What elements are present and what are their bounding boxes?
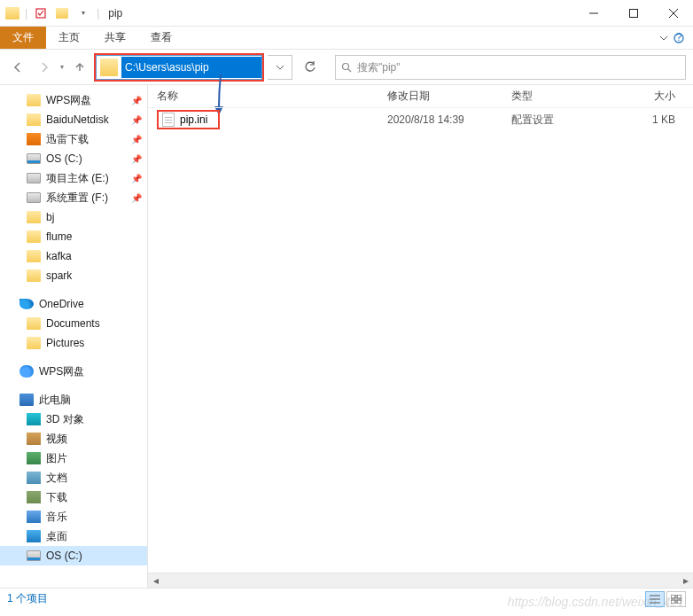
history-dropdown[interactable]: ▾ [60,63,64,71]
sidebar-item[interactable]: 3D 对象 [0,409,147,429]
forward-button[interactable] [34,57,55,78]
search-box[interactable] [335,55,686,80]
scroll-right-button[interactable]: ▸ [678,573,693,589]
sidebar-item[interactable]: OS (C:)📌 [0,149,147,168]
minimize-button[interactable] [573,0,613,27]
svg-rect-12 [671,595,675,598]
sidebar-item[interactable]: spark [0,266,147,285]
svg-point-7 [343,63,349,69]
help-icon[interactable]: ? [674,33,684,43]
tab-home[interactable]: 主页 [46,27,92,49]
column-date[interactable]: 修改日期 [378,89,502,104]
view-icons-button[interactable] [666,591,686,607]
sidebar-item-label: 3D 对象 [46,412,84,427]
address-bar[interactable] [96,55,262,80]
sidebar-item-label: bj [46,211,54,223]
ini-file-icon [162,113,175,127]
column-type[interactable]: 类型 [502,89,609,104]
qat-separator: | [25,7,27,19]
file-list[interactable]: pip.ini2020/8/18 14:39配置设置1 KB [148,108,693,573]
sidebar-item-label: 音乐 [46,510,67,525]
maximize-button[interactable] [613,0,653,27]
address-input[interactable] [121,57,261,78]
sidebar-item[interactable]: OneDrive [0,294,147,314]
address-dropdown[interactable] [268,55,292,80]
sidebar-item[interactable]: kafka [0,246,147,266]
chevron-down-icon [276,63,284,72]
tab-file[interactable]: 文件 [0,27,46,49]
netdisk-icon [27,113,41,126]
refresh-button[interactable] [298,55,323,80]
pin-icon: 📌 [131,96,142,105]
sidebar-item[interactable]: Pictures [0,333,147,353]
file-row[interactable]: pip.ini2020/8/18 14:39配置设置1 KB [148,108,693,131]
qat-dropdown-icon[interactable]: ▾ [75,5,91,21]
up-button[interactable] [69,57,90,78]
qat-newfolder-icon[interactable] [54,5,70,21]
sidebar-item[interactable]: 此电脑 [0,390,147,409]
sidebar-item-label: 视频 [46,432,67,447]
disk-icon [27,153,41,164]
ribbon-expand[interactable]: ? [650,27,693,49]
search-input[interactable] [357,61,680,74]
sidebar-item[interactable]: bj [0,207,147,227]
folder-icon [27,94,41,106]
pin-icon: 📌 [131,135,142,144]
pin-icon: 📌 [131,115,142,125]
svg-rect-15 [677,600,681,604]
sidebar-item-label: WPS网盘 [39,364,84,379]
sidebar-item[interactable]: 项目主体 (E:)📌 [0,168,147,188]
navigation-pane[interactable]: WPS网盘📌BaiduNetdisk📌迅雷下载📌OS (C:)📌项目主体 (E:… [0,85,147,588]
sidebar-item[interactable]: flume [0,227,147,246]
folder-icon [27,269,41,282]
svg-line-8 [348,69,351,72]
sidebar-item-label: 项目主体 (E:) [46,171,109,186]
svg-rect-14 [671,600,675,604]
column-size[interactable]: 大小 [609,89,693,104]
folder-icon [27,230,41,243]
search-icon [341,62,352,73]
scroll-left-button[interactable]: ◂ [148,573,163,589]
sidebar-item[interactable]: 系统重置 (F:)📌 [0,188,147,207]
back-button[interactable] [7,57,28,78]
sidebar-item[interactable]: BaiduNetdisk📌 [0,110,147,129]
view-details-button[interactable] [645,591,665,607]
folder-icon [27,250,41,262]
sidebar-item-label: 系统重置 (F:) [46,191,108,206]
sidebar-item[interactable]: Documents [0,314,147,333]
tab-share[interactable]: 共享 [92,27,138,49]
sidebar-item[interactable]: WPS网盘📌 [0,90,147,110]
svg-text:?: ? [676,33,682,43]
sidebar-item[interactable]: 文档 [0,468,147,487]
window-title: pip [108,7,122,19]
icons-view-icon [671,595,681,604]
sidebar-item-label: OneDrive [39,298,84,310]
pin-icon: 📌 [131,154,142,164]
sidebar-item[interactable]: 视频 [0,429,147,448]
close-button[interactable] [653,0,693,27]
disk-icon [27,192,41,203]
sidebar-item[interactable]: OS (C:) [0,546,147,565]
chevron-down-icon [659,34,668,43]
sidebar-item[interactable]: 下载 [0,487,147,507]
explorer-body: WPS网盘📌BaiduNetdisk📌迅雷下载📌OS (C:)📌项目主体 (E:… [0,85,693,588]
sidebar-item[interactable]: WPS网盘 [0,362,147,381]
sidebar-item-label: 下载 [46,490,67,505]
sidebar-item-label: 文档 [46,471,67,486]
horizontal-scrollbar[interactable]: ◂ ▸ [148,573,693,588]
sidebar-item[interactable]: 图片 [0,448,147,468]
pin-icon: 📌 [131,193,142,203]
details-view-icon [650,595,660,604]
music-icon [27,511,41,523]
qat-properties-icon[interactable] [33,5,49,21]
sidebar-item[interactable]: 桌面 [0,526,147,546]
sidebar-item[interactable]: 音乐 [0,507,147,526]
tab-view[interactable]: 查看 [138,27,184,49]
app-folder-icon [5,7,19,19]
column-name[interactable]: 名称 [148,89,378,104]
sidebar-item-label: 图片 [46,451,67,466]
column-headers: 名称 修改日期 类型 大小 [148,85,693,108]
sidebar-item-label: OS (C:) [46,152,82,165]
sidebar-item[interactable]: 迅雷下载📌 [0,129,147,149]
sidebar-item-label: Pictures [46,337,84,349]
